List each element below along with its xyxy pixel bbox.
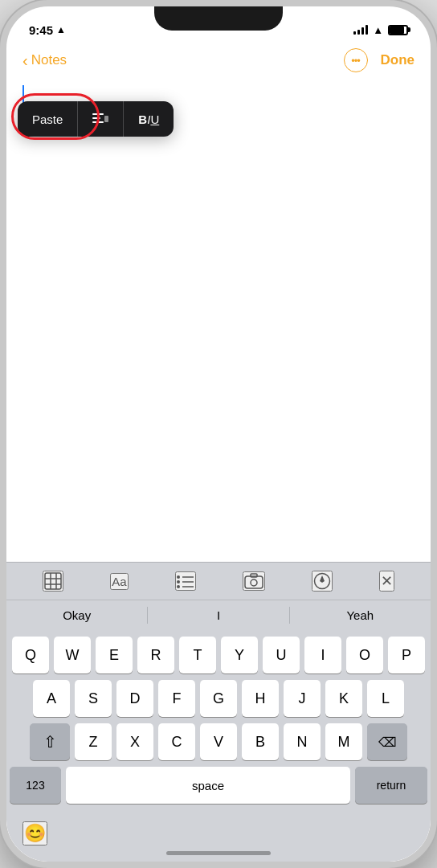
notch	[154, 6, 283, 31]
nav-right: ••• Done	[344, 48, 415, 72]
nav-bar: ‹ Notes ••• Done	[6, 45, 431, 79]
wifi-icon: ▲	[373, 24, 383, 36]
keyboard: Q W E R T Y U I O P A S D F G H J K	[6, 630, 431, 815]
table-icon	[44, 572, 62, 590]
paste-button[interactable]: Paste	[18, 101, 78, 137]
key-g[interactable]: G	[200, 680, 237, 717]
key-f[interactable]: F	[158, 680, 195, 717]
svg-rect-17	[251, 574, 257, 577]
key-r[interactable]: R	[137, 637, 174, 674]
key-s[interactable]: S	[75, 680, 112, 717]
underline-label: U	[150, 113, 159, 126]
return-key[interactable]: return	[355, 767, 427, 804]
keyboard-row-3: ⇧ Z X C V B N M ⌫	[10, 723, 427, 760]
close-button[interactable]: ✕	[379, 571, 394, 592]
chevron-left-icon: ‹	[22, 51, 28, 70]
done-button[interactable]: Done	[381, 52, 415, 68]
key-i[interactable]: I	[304, 637, 341, 674]
list-button[interactable]	[175, 571, 196, 591]
keyboard-row-2: A S D F G H J K L	[10, 680, 427, 717]
autocomplete-okay[interactable]: Okay	[6, 607, 148, 624]
key-w[interactable]: W	[54, 637, 91, 674]
key-v[interactable]: V	[200, 723, 237, 760]
phone-frame: 9:45 ▲ ▲ ‹ Notes	[0, 0, 437, 868]
key-n[interactable]: N	[284, 723, 321, 760]
key-c[interactable]: C	[158, 723, 195, 760]
svg-rect-2	[92, 121, 104, 123]
keyboard-row-1: Q W E R T Y U I O P	[10, 637, 427, 674]
close-icon: ✕	[381, 572, 393, 590]
autocomplete-yeah[interactable]: Yeah	[290, 607, 431, 624]
signal-bars	[353, 25, 368, 35]
emoji-icon: 😊	[24, 823, 46, 843]
format-aa-button[interactable]: Aa	[110, 573, 128, 590]
keyboard-row-4: 123 space return	[10, 767, 427, 804]
key-l[interactable]: L	[367, 680, 404, 717]
key-q[interactable]: Q	[12, 637, 49, 674]
location-icon: ▲	[56, 24, 66, 35]
biu-button[interactable]: BIU	[124, 101, 174, 137]
key-b[interactable]: B	[242, 723, 279, 760]
key-o[interactable]: O	[346, 637, 383, 674]
backspace-key[interactable]: ⌫	[367, 723, 407, 760]
text-cursor	[22, 85, 24, 103]
table-button[interactable]	[43, 571, 63, 592]
list-icon	[177, 573, 194, 589]
shift-key[interactable]: ⇧	[30, 723, 70, 760]
key-y[interactable]: Y	[221, 637, 258, 674]
compass-button[interactable]	[312, 571, 333, 592]
more-icon: •••	[351, 55, 360, 67]
status-icons: ▲	[353, 24, 408, 36]
key-d[interactable]: D	[116, 680, 153, 717]
autocomplete-i[interactable]: I	[148, 607, 289, 624]
back-label: Notes	[31, 52, 67, 68]
numbers-key[interactable]: 123	[10, 767, 61, 804]
camera-button[interactable]	[243, 571, 265, 591]
space-key[interactable]: space	[66, 767, 350, 804]
format-icon	[92, 113, 108, 125]
compass-icon	[313, 572, 331, 590]
key-k[interactable]: K	[325, 680, 362, 717]
autocomplete-bar: Okay I Yeah	[6, 600, 431, 630]
key-a[interactable]: A	[33, 680, 70, 717]
key-e[interactable]: E	[96, 637, 133, 674]
key-m[interactable]: M	[325, 723, 362, 760]
context-menu: Paste BIU	[18, 101, 174, 137]
svg-rect-0	[92, 113, 104, 115]
format-button[interactable]	[78, 101, 124, 137]
screen: 9:45 ▲ ▲ ‹ Notes	[6, 6, 431, 862]
key-j[interactable]: J	[284, 680, 321, 717]
key-t[interactable]: T	[179, 637, 216, 674]
key-u[interactable]: U	[263, 637, 300, 674]
more-button[interactable]: •••	[344, 48, 368, 72]
emoji-button[interactable]: 😊	[22, 821, 47, 845]
status-time: 9:45	[29, 23, 53, 37]
key-p[interactable]: P	[388, 637, 425, 674]
svg-rect-3	[104, 116, 108, 122]
svg-point-16	[251, 579, 257, 586]
svg-point-13	[177, 585, 180, 588]
keyboard-toolbar: Aa	[6, 562, 431, 600]
camera-icon	[244, 573, 263, 589]
key-h[interactable]: H	[242, 680, 279, 717]
aa-icon: Aa	[112, 575, 126, 588]
svg-point-9	[177, 575, 180, 579]
battery-icon	[388, 25, 408, 35]
note-content-area[interactable]: Paste BIU	[6, 79, 431, 562]
svg-rect-4	[45, 573, 61, 589]
bold-label: B	[138, 113, 147, 126]
svg-point-11	[177, 580, 180, 583]
key-x[interactable]: X	[116, 723, 153, 760]
home-indicator	[166, 851, 271, 855]
key-z[interactable]: Z	[75, 723, 112, 760]
back-button[interactable]: ‹ Notes	[22, 51, 67, 70]
svg-marker-19	[320, 575, 325, 583]
svg-rect-1	[92, 117, 100, 119]
